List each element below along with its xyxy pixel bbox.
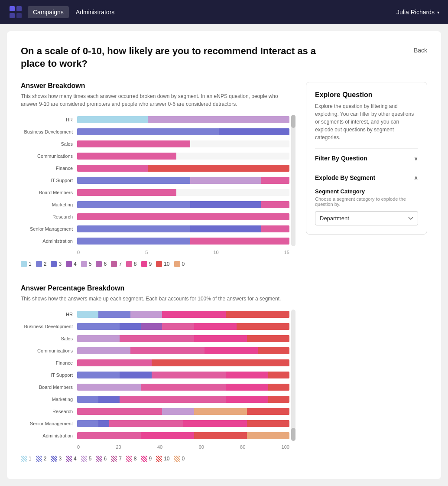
pct-bar-area <box>77 432 289 439</box>
legend-item: 9 <box>141 456 152 462</box>
legend-color-swatch <box>156 261 162 267</box>
nav-campaigns[interactable]: Campaigns <box>28 6 69 18</box>
bar-segment <box>268 396 289 403</box>
chart1-scrollbar-thumb[interactable] <box>291 115 295 128</box>
bar-segment <box>226 372 268 378</box>
bar-segment <box>268 372 289 378</box>
bar-segment <box>120 372 152 378</box>
chart1-legend: 123456789100 <box>21 261 295 267</box>
legend-label: 0 <box>182 456 185 462</box>
page-title: On a scale of 0-10, how likely are you t… <box>21 45 324 70</box>
legend-item: 3 <box>51 456 62 462</box>
legend-item: 1 <box>21 456 32 462</box>
bar-segment <box>77 372 120 378</box>
legend-item: 0 <box>174 261 185 267</box>
table-row: Sales <box>21 334 289 343</box>
answer-pct-section: Answer Percentage Breakdown This shows h… <box>21 284 295 462</box>
filter-by-question-label: Filter By Question <box>315 155 367 162</box>
row-label: Sales <box>21 141 77 147</box>
bar-segment <box>261 177 289 184</box>
legend-label: 1 <box>29 456 32 462</box>
bar-segment <box>247 408 289 415</box>
legend-color-swatch <box>21 261 27 267</box>
explore-box: Explore Question Explore the question by… <box>306 82 427 235</box>
bar-segment <box>77 359 152 366</box>
bar-segment <box>152 372 226 378</box>
bar-segment <box>190 177 261 184</box>
legend-label: 6 <box>104 456 107 462</box>
legend-item: 6 <box>96 261 107 267</box>
user-name: Julia Richards <box>396 9 435 16</box>
table-row: Communications <box>21 346 289 356</box>
row-label: HR <box>21 312 77 317</box>
chart2-scrollbar-thumb[interactable] <box>291 428 295 441</box>
legend-color-swatch <box>81 261 87 267</box>
row-label: Sales <box>21 336 77 341</box>
explode-chevron-icon: ∧ <box>414 174 418 181</box>
legend-item: 5 <box>81 456 92 462</box>
table-row: Business Development <box>21 127 289 137</box>
row-label: Business Development <box>21 324 77 329</box>
bar-segment <box>77 347 130 354</box>
table-row: Board Members <box>21 188 289 197</box>
legend-label: 9 <box>149 261 152 267</box>
legend-item: 6 <box>96 456 107 462</box>
legend-color-swatch <box>126 456 132 462</box>
bar-segment <box>130 347 205 354</box>
legend-color-swatch <box>111 456 117 462</box>
bar-segment <box>226 311 289 318</box>
legend-label: 1 <box>29 261 32 267</box>
legend-color-swatch <box>36 261 42 267</box>
bar-segment <box>141 432 194 439</box>
content-row: Answer Breakdown This shows how many tim… <box>21 82 427 462</box>
row-label: Senior Management <box>21 421 77 426</box>
bar-segment <box>247 432 289 439</box>
bar-area <box>77 213 289 220</box>
legend-item: 10 <box>156 456 169 462</box>
back-button[interactable]: Back <box>414 47 427 54</box>
row-label: IT Support <box>21 178 77 183</box>
legend-item: 7 <box>111 261 122 267</box>
table-row: Board Members <box>21 382 289 392</box>
legend-color-swatch <box>66 261 72 267</box>
header-user[interactable]: Julia Richards ▾ <box>396 9 439 16</box>
pct-bar-area <box>77 359 289 366</box>
legend-color-swatch <box>141 261 147 267</box>
segment-category-container: Segment Category Choose a segment catego… <box>315 188 418 225</box>
row-label: Finance <box>21 360 77 365</box>
legend-color-swatch <box>111 261 117 267</box>
bar-segment <box>77 420 98 427</box>
legend-item: 5 <box>81 261 92 267</box>
pct-bar-area <box>77 384 289 391</box>
bar-segment <box>77 189 176 196</box>
chart1-scrollbar-track[interactable] <box>291 115 295 246</box>
bar-segment <box>130 311 162 318</box>
filter-by-question-toggle[interactable]: Filter By Question ∨ <box>315 155 418 162</box>
bar-segment <box>194 335 247 342</box>
bar-area <box>77 177 289 184</box>
legend-color-swatch <box>174 456 180 462</box>
bar-segment <box>77 225 190 232</box>
bar-segment <box>261 201 289 208</box>
row-label: Communications <box>21 153 77 159</box>
user-chevron-icon: ▾ <box>437 10 439 15</box>
legend-item: 10 <box>156 261 169 267</box>
segment-category-select[interactable]: Department <box>315 211 418 225</box>
bar-segment <box>226 384 268 391</box>
row-label: Communications <box>21 348 77 353</box>
chart2-scrollbar-track[interactable] <box>291 310 295 441</box>
explode-by-segment-toggle[interactable]: Explode By Segment ∧ <box>315 174 418 181</box>
legend-label: 7 <box>119 261 122 267</box>
nav-administrators[interactable]: Administrators <box>71 6 120 18</box>
bar-segment <box>77 140 190 147</box>
bar-area <box>77 201 289 208</box>
legend-item: 4 <box>66 456 77 462</box>
legend-label: 4 <box>74 261 77 267</box>
bar-segment <box>226 396 268 403</box>
row-label: Marketing <box>21 397 77 402</box>
legend-label: 9 <box>149 456 152 462</box>
pct-bar-area <box>77 372 289 378</box>
legend-label: 6 <box>104 261 107 267</box>
filter-chevron-icon: ∨ <box>414 155 418 162</box>
pct-bar-area <box>77 323 289 330</box>
